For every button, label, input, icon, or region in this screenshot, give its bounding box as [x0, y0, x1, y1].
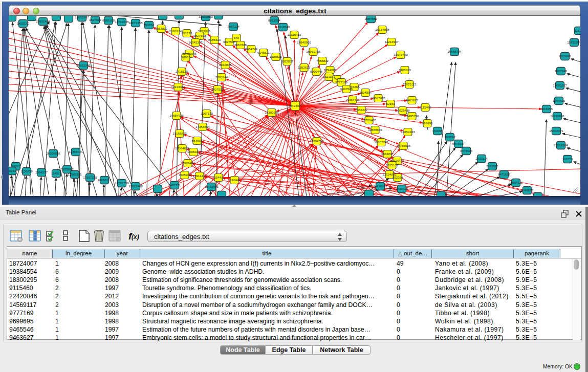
svg-text:2933114: 2933114 — [475, 157, 488, 160]
svg-text:16495796: 16495796 — [405, 114, 419, 118]
svg-text:164095: 164095 — [432, 129, 443, 133]
svg-text:9463627: 9463627 — [406, 98, 419, 102]
svg-text:10654112: 10654112 — [509, 181, 523, 184]
svg-text:83001: 83001 — [11, 164, 20, 168]
svg-text:10756928: 10756928 — [396, 144, 410, 147]
svg-text:7663822: 7663822 — [155, 27, 168, 30]
svg-text:12213382: 12213382 — [171, 85, 185, 89]
svg-text:9242845: 9242845 — [219, 63, 232, 67]
svg-text:39151: 39151 — [9, 169, 16, 172]
svg-text:12923468: 12923468 — [128, 184, 143, 188]
svg-text:10958117: 10958117 — [97, 178, 112, 182]
svg-text:98903: 98903 — [181, 55, 190, 59]
svg-text:19166825: 19166825 — [172, 132, 187, 135]
svg-text:22420046: 22420046 — [182, 52, 197, 55]
svg-text:6966160: 6966160 — [102, 18, 115, 22]
svg-text:1244415: 1244415 — [553, 99, 565, 102]
svg-text:16543382: 16543382 — [188, 40, 203, 44]
svg-text:893892: 893892 — [445, 135, 455, 139]
svg-text:14353594: 14353594 — [195, 125, 210, 128]
svg-text:15909484: 15909484 — [181, 161, 195, 165]
svg-text:8160124: 8160124 — [169, 29, 182, 33]
svg-text:7386372: 7386372 — [355, 108, 368, 112]
svg-text:18300295: 18300295 — [265, 111, 279, 114]
svg-text:12093827: 12093827 — [553, 83, 567, 87]
svg-text:1733426: 1733426 — [396, 187, 408, 190]
svg-text:10973493: 10973493 — [394, 53, 408, 56]
svg-text:6497508: 6497508 — [340, 87, 353, 91]
svg-text:19384554: 19384554 — [310, 139, 324, 143]
svg-text:7955812: 7955812 — [316, 59, 329, 62]
svg-text:9245612: 9245612 — [521, 188, 534, 192]
svg-text:8186323: 8186323 — [208, 38, 221, 41]
svg-text:252254: 252254 — [393, 176, 403, 179]
svg-text:7632621: 7632621 — [486, 164, 499, 168]
svg-text:10807487: 10807487 — [371, 96, 385, 100]
svg-text:18807249: 18807249 — [374, 140, 388, 144]
svg-text:9485771: 9485771 — [168, 183, 181, 187]
svg-text:1362615: 1362615 — [298, 65, 311, 69]
svg-text:11123: 11123 — [575, 29, 580, 32]
svg-text:10719155: 10719155 — [115, 20, 129, 24]
svg-text:(x): (x) — [132, 233, 139, 240]
svg-text:19654923: 19654923 — [401, 130, 415, 134]
svg-text:15692971: 15692971 — [549, 129, 563, 133]
svg-text:1588520: 1588520 — [270, 55, 282, 58]
svg-text:16210643: 16210643 — [550, 114, 564, 118]
svg-text:6879197: 6879197 — [452, 142, 465, 145]
svg-text:16648784: 16648784 — [447, 50, 462, 53]
svg-text:8454749: 8454749 — [245, 47, 258, 51]
svg-text:17359924: 17359924 — [69, 150, 83, 154]
svg-text:16961758: 16961758 — [306, 50, 320, 53]
svg-text:1405572: 1405572 — [17, 21, 30, 25]
svg-text:20206556: 20206556 — [46, 151, 60, 155]
svg-text:10120746: 10120746 — [390, 159, 404, 162]
svg-text:7254401: 7254401 — [212, 176, 225, 179]
svg-text:1615132: 1615132 — [386, 163, 399, 167]
svg-text:2803144: 2803144 — [215, 75, 228, 79]
svg-text:16671355: 16671355 — [128, 21, 143, 25]
svg-text:1294277: 1294277 — [35, 170, 48, 174]
svg-text:9684067: 9684067 — [381, 152, 394, 156]
svg-text:2667608: 2667608 — [234, 43, 247, 47]
svg-text:11325419: 11325419 — [287, 33, 301, 36]
svg-text:15751074: 15751074 — [567, 40, 580, 44]
svg-text:19218506: 19218506 — [276, 25, 290, 29]
svg-text:9227342: 9227342 — [555, 69, 568, 73]
svg-text:16154808: 16154808 — [375, 28, 389, 31]
svg-text:9115460: 9115460 — [419, 105, 431, 109]
svg-text:8427552: 8427552 — [211, 87, 224, 91]
svg-text:3822037: 3822037 — [281, 59, 294, 63]
svg-text:9777169: 9777169 — [335, 80, 348, 84]
svg-text:546: 546 — [234, 36, 239, 39]
svg-text:12905115: 12905115 — [68, 172, 82, 176]
svg-text:12213967: 12213967 — [384, 40, 399, 43]
svg-text:19654935: 19654935 — [169, 114, 184, 117]
svg-text:17957225: 17957225 — [83, 176, 97, 179]
svg-text:12975115: 12975115 — [402, 82, 417, 86]
svg-text:7857224: 7857224 — [227, 25, 240, 28]
svg-text:8990448: 8990448 — [310, 70, 323, 73]
svg-text:6794028: 6794028 — [324, 68, 337, 72]
svg-text:2718120: 2718120 — [176, 70, 188, 73]
svg-text:17016504: 17016504 — [554, 143, 568, 147]
svg-text:16782759: 16782759 — [115, 181, 129, 185]
svg-text:9110447: 9110447 — [228, 178, 241, 182]
svg-text:3824554: 3824554 — [359, 91, 372, 94]
svg-text:16033809: 16033809 — [199, 16, 213, 18]
svg-text:9827503: 9827503 — [193, 34, 206, 37]
svg-text:8813054: 8813054 — [268, 18, 281, 22]
svg-text:15716485: 15716485 — [204, 185, 219, 188]
svg-text:16640910: 16640910 — [297, 40, 311, 44]
svg-text:891295: 891295 — [182, 31, 192, 35]
svg-text:116753: 116753 — [562, 157, 573, 161]
svg-text:10025438: 10025438 — [396, 108, 410, 112]
svg-text:9329966: 9329966 — [559, 54, 572, 58]
svg-text:899695: 899695 — [422, 121, 433, 125]
svg-text:20691406: 20691406 — [36, 19, 50, 23]
svg-text:9827508: 9827508 — [223, 40, 236, 43]
svg-text:114519: 114519 — [51, 171, 62, 175]
svg-text:10688609: 10688609 — [368, 128, 382, 132]
svg-text:1527602: 1527602 — [89, 18, 102, 21]
svg-text:17004678: 17004678 — [175, 146, 189, 150]
